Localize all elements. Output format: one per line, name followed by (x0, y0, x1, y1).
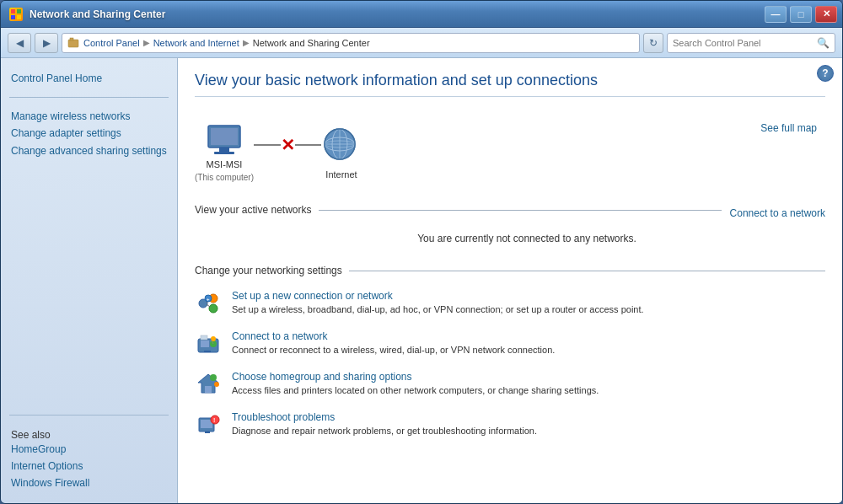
svg-rect-0 (11, 9, 15, 13)
connection-line: ✕ (254, 137, 321, 153)
window-title: Network and Sharing Center (30, 8, 165, 20)
svg-rect-2 (11, 15, 15, 19)
help-button[interactable]: ? (817, 65, 834, 82)
refresh-button[interactable]: ↻ (643, 33, 663, 53)
svg-point-34 (214, 382, 219, 387)
line-right (295, 144, 322, 146)
sidebar-main-section: Control Panel Home (1, 67, 177, 90)
line-left (254, 144, 281, 146)
breadcrumb-control-panel[interactable]: Control Panel (67, 37, 140, 49)
computer-item: MSI-MSI (This computer) (195, 122, 254, 182)
sidebar-divider-1 (9, 97, 169, 98)
breadcrumb-sep-2: ▶ (243, 38, 250, 47)
sidebar-item-control-panel-home[interactable]: Control Panel Home (1, 70, 177, 87)
minimize-button[interactable]: — (765, 6, 787, 23)
breadcrumb-part-3: Network and Sharing Center (253, 38, 370, 48)
svg-rect-37 (205, 432, 210, 433)
svg-rect-1 (17, 9, 21, 13)
network-diagram: MSI-MSI (This computer) ✕ (195, 114, 825, 190)
sidebar-spacer (1, 164, 177, 408)
computer-label: MSI-MSI (207, 159, 243, 169)
active-networks-bar: View your active networks Connect to a n… (195, 204, 825, 223)
action-item-connect-network: Connect to a network Connect or reconnec… (195, 330, 825, 357)
sidebar-see-also: See also HomeGroup Internet Options Wind… (1, 422, 177, 495)
sidebar-item-internet-options[interactable]: Internet Options (1, 458, 177, 475)
svg-point-33 (210, 374, 217, 381)
sidebar-item-change-adapter[interactable]: Change adapter settings (1, 125, 177, 142)
svg-rect-3 (17, 15, 21, 19)
svg-rect-8 (219, 147, 229, 152)
svg-rect-27 (204, 351, 211, 352)
forward-button[interactable]: ▶ (35, 33, 58, 53)
main-layout: Control Panel Home Manage wireless netwo… (1, 58, 842, 503)
sidebar: Control Panel Home Manage wireless netwo… (1, 58, 178, 503)
maximize-button[interactable]: □ (790, 6, 812, 23)
sidebar-divider-2 (9, 415, 169, 416)
svg-text:+: + (207, 297, 210, 302)
svg-rect-32 (205, 386, 212, 393)
page-title: View your basic network information and … (195, 72, 825, 97)
troubleshoot-icon: ! (195, 411, 222, 438)
action-item-homegroup: Choose homegroup and sharing options Acc… (195, 371, 825, 398)
internet-item: Internet (321, 126, 362, 180)
svg-point-19 (209, 304, 217, 313)
breadcrumb-sep-1: ▶ (143, 38, 150, 47)
action-item-troubleshoot: ! Troubleshoot problems Diagnose and rep… (195, 411, 825, 438)
window-icon (9, 8, 23, 21)
sidebar-item-homegroup[interactable]: HomeGroup (1, 441, 177, 458)
action-title-new-connection[interactable]: Set up a new connection or network (232, 290, 825, 302)
svg-rect-7 (211, 128, 238, 145)
divider-line-1 (319, 210, 722, 211)
toolbar: ◀ ▶ Control Panel ▶ Network and Internet… (1, 28, 842, 58)
main-window: Network and Sharing Center — □ ✕ ◀ ▶ Con… (0, 0, 843, 504)
sidebar-item-windows-firewall[interactable]: Windows Firewall (1, 475, 177, 491)
action-content-1: Set up a new connection or network Set u… (232, 290, 825, 316)
action-title-connect[interactable]: Connect to a network (232, 330, 825, 342)
svg-rect-9 (214, 152, 234, 154)
sidebar-item-manage-wireless[interactable]: Manage wireless networks (1, 108, 177, 125)
sidebar-item-change-advanced[interactable]: Change advanced sharing settings (1, 142, 177, 161)
title-bar: Network and Sharing Center — □ ✕ (1, 1, 842, 28)
action-desc-new-connection: Set up a wireless, broadband, dial-up, a… (232, 304, 644, 314)
globe-icon (321, 126, 362, 166)
action-item-new-connection: + Set up a new connection or network Set… (195, 290, 825, 317)
action-desc-connect: Connect or reconnect to a wireless, wire… (232, 345, 555, 355)
svg-text:!: ! (213, 417, 215, 423)
breadcrumb-part-2[interactable]: Network and Internet (153, 38, 239, 48)
search-icon[interactable]: 🔍 (817, 37, 830, 49)
breadcrumb-part-1[interactable]: Control Panel (83, 38, 140, 48)
see-full-map-link[interactable]: See full map (760, 122, 817, 134)
action-desc-homegroup: Access files and printers located on oth… (232, 385, 599, 395)
action-title-homegroup[interactable]: Choose homegroup and sharing options (232, 371, 825, 383)
action-content-4: Troubleshoot problems Diagnose and repai… (232, 411, 825, 437)
back-button[interactable]: ◀ (8, 33, 31, 53)
svg-rect-4 (68, 40, 78, 47)
new-connection-icon: + (195, 290, 222, 317)
title-bar-left: Network and Sharing Center (9, 8, 165, 21)
action-content-3: Choose homegroup and sharing options Acc… (232, 371, 825, 397)
see-also-title: See also (1, 426, 61, 444)
svg-rect-5 (70, 38, 73, 40)
divider-line-2 (349, 271, 825, 271)
active-networks-label: View your active networks (195, 204, 312, 216)
no-network-message: You are currently not connected to any n… (195, 229, 825, 258)
computer-icon (204, 122, 244, 156)
active-networks-divider: View your active networks (195, 204, 722, 216)
svg-rect-25 (201, 340, 209, 347)
disconnected-icon: ✕ (281, 137, 295, 153)
address-bar: Control Panel ▶ Network and Internet ▶ N… (62, 33, 640, 53)
search-input[interactable] (673, 38, 813, 48)
sidebar-nav-section: Manage wireless networks Change adapter … (1, 105, 177, 164)
computer-sublabel: (This computer) (195, 173, 254, 182)
change-settings-section: Change your networking settings + (195, 265, 825, 438)
svg-rect-28 (201, 335, 207, 340)
content-area: ? View your basic network information an… (178, 58, 842, 503)
connect-to-network-link[interactable]: Connect to a network (730, 207, 825, 219)
action-title-troubleshoot[interactable]: Troubleshoot problems (232, 411, 825, 423)
connect-network-icon (195, 330, 222, 357)
homegroup-icon (195, 371, 222, 398)
search-box: 🔍 (667, 33, 835, 53)
action-desc-troubleshoot: Diagnose and repair network problems, or… (232, 426, 537, 436)
internet-label: Internet (325, 169, 357, 180)
close-button[interactable]: ✕ (815, 6, 837, 23)
